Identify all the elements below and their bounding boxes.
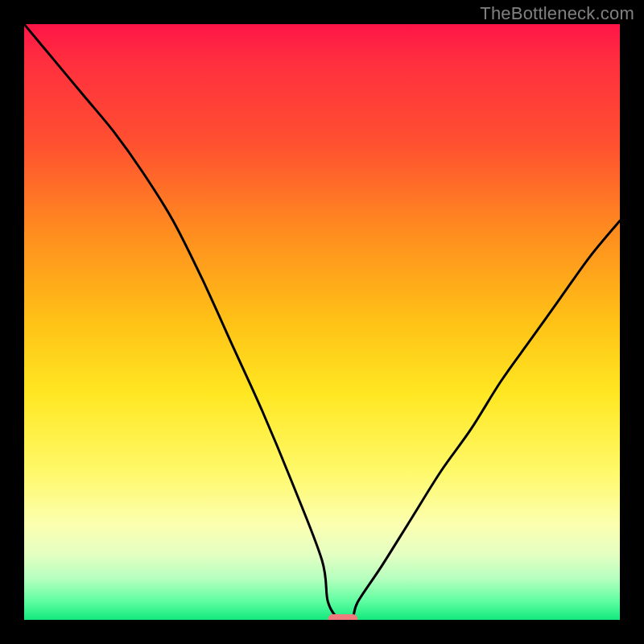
watermark-text: TheBottleneck.com bbox=[480, 3, 634, 24]
curve-svg bbox=[24, 24, 620, 620]
bottleneck-curve bbox=[24, 24, 620, 620]
plot-area bbox=[24, 24, 620, 620]
bottleneck-marker bbox=[328, 614, 357, 620]
chart-frame: TheBottleneck.com bbox=[0, 0, 644, 644]
